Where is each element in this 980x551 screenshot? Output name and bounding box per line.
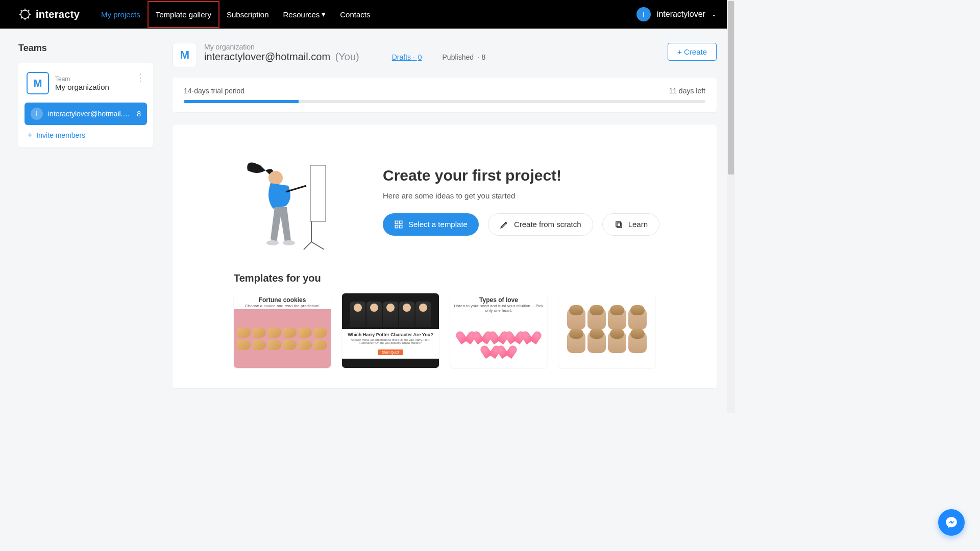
user-avatar: I	[636, 7, 651, 21]
drafts-count: 0	[418, 53, 422, 61]
svg-point-11	[283, 240, 295, 245]
page-body: Teams M Team My organization ⋮ I interac…	[0, 29, 735, 403]
member-project-count: 8	[137, 110, 141, 118]
templates-heading: Templates for you	[234, 272, 686, 284]
svg-rect-20	[400, 225, 402, 228]
trial-remaining: 11 days left	[669, 87, 705, 95]
svg-line-5	[21, 10, 22, 11]
scrollbar-thumb[interactable]	[728, 1, 734, 174]
create-scratch-label: Create from scratch	[514, 220, 581, 229]
org-you-tag: (You)	[335, 51, 359, 62]
plus-icon: +	[28, 131, 32, 139]
top-navbar: interacty My projects Template gallery S…	[0, 0, 735, 29]
trial-progress	[184, 100, 705, 103]
select-template-label: Select a template	[408, 220, 468, 229]
svg-rect-16	[310, 165, 326, 221]
nav-links: My projects Template gallery Subscriptio…	[94, 1, 377, 28]
caret-down-icon: ▾	[322, 10, 326, 19]
vertical-scrollbar[interactable]	[727, 0, 735, 413]
template-card-body: Which Harry Potter Character Are You? An…	[342, 329, 439, 359]
hero-text: Create your first project! Here are some…	[383, 167, 659, 236]
org-email: interactylover@hotmail.com	[204, 51, 330, 62]
org-header: M My organization interactylover@hotmail…	[173, 43, 717, 67]
nav-resources[interactable]: Resources ▾	[276, 2, 333, 27]
member-avatar: I	[31, 108, 43, 120]
templates-row: Fortune cookies Choose a cookie and read…	[203, 293, 686, 368]
svg-line-15	[311, 242, 324, 249]
pencil-icon	[500, 220, 509, 229]
template-preview	[342, 293, 439, 329]
team-card: M Team My organization ⋮ I interactylove…	[18, 63, 153, 147]
teams-sidebar: Teams M Team My organization ⋮ I interac…	[18, 43, 153, 388]
svg-point-10	[266, 240, 279, 245]
invite-members[interactable]: + Invite members	[24, 125, 147, 141]
org-header-left: M My organization interactylover@hotmail…	[173, 43, 485, 67]
published-label: Published	[443, 53, 474, 61]
template-subtitle: Answer these 10 questions to find out: a…	[344, 338, 437, 344]
template-grid-icon	[394, 220, 403, 229]
svg-line-7	[21, 17, 22, 18]
brand-name: interacty	[36, 9, 80, 20]
learn-label: Learn	[628, 220, 648, 229]
trial-progress-bar	[184, 100, 299, 103]
template-card-fortune-cookies[interactable]: Fortune cookies Choose a cookie and read…	[234, 293, 331, 368]
published-count: 8	[482, 53, 486, 61]
hero-buttons: Select a template Create from scratch Le…	[383, 213, 659, 236]
team-meta: Team My organization	[55, 76, 109, 91]
hero-illustration	[230, 150, 342, 252]
create-scratch-button[interactable]: Create from scratch	[488, 213, 593, 236]
trial-header: 14-days trial period 11 days left	[184, 87, 705, 95]
hero-title: Create your first project!	[383, 167, 659, 184]
trial-label: 14-days trial period	[184, 87, 244, 95]
select-template-button[interactable]: Select a template	[383, 213, 479, 236]
kebab-menu-icon[interactable]: ⋮	[136, 72, 145, 83]
template-card-header: Fortune cookies Choose a cookie and read…	[234, 293, 331, 309]
template-preview	[450, 314, 547, 368]
nav-left-group: interacty My projects Template gallery S…	[18, 1, 377, 28]
template-card-faces[interactable]	[558, 293, 655, 368]
hero-card: Create your first project! Here are some…	[173, 124, 717, 388]
svg-rect-19	[395, 225, 398, 228]
svg-line-8	[28, 10, 29, 11]
svg-line-6	[28, 17, 29, 18]
svg-rect-22	[617, 223, 622, 228]
template-preview	[234, 309, 331, 368]
team-name: My organization	[55, 83, 109, 91]
org-stats: Drafts · 0 Published · 8	[392, 53, 486, 67]
nav-my-projects[interactable]: My projects	[94, 2, 148, 27]
teams-heading: Teams	[18, 43, 153, 54]
hero-top: Create your first project! Here are some…	[203, 150, 686, 252]
main-content: M My organization interactylover@hotmail…	[173, 43, 717, 388]
nav-template-gallery[interactable]: Template gallery	[148, 1, 219, 28]
org-meta: My organization interactylover@hotmail.c…	[204, 43, 359, 67]
team-row[interactable]: M Team My organization ⋮	[24, 69, 147, 97]
hero-subtitle: Here are some ideas to get you started	[383, 191, 659, 200]
template-card-types-of-love[interactable]: Types of love Listen to your heart and t…	[450, 293, 547, 368]
layers-icon	[614, 220, 623, 229]
svg-rect-17	[395, 221, 398, 223]
learn-button[interactable]: Learn	[602, 213, 659, 236]
brand-logo[interactable]: interacty	[18, 8, 80, 21]
drafts-link[interactable]: Drafts · 0	[392, 53, 422, 67]
trial-card: 14-days trial period 11 days left	[173, 78, 717, 112]
create-button[interactable]: + Create	[668, 43, 717, 61]
member-email: interactylover@hotmail.com…	[48, 110, 132, 118]
template-title: Fortune cookies	[237, 296, 328, 304]
template-title: Types of love	[453, 296, 544, 304]
published-stat: Published · 8	[443, 53, 486, 67]
svg-rect-21	[616, 221, 620, 226]
template-title: Which Harry Potter Character Are You?	[344, 332, 437, 337]
member-row[interactable]: I interactylover@hotmail.com… 8	[24, 103, 147, 125]
nav-subscription[interactable]: Subscription	[219, 2, 276, 27]
template-card-harry-potter[interactable]: Which Harry Potter Character Are You? An…	[342, 293, 439, 368]
svg-line-14	[304, 242, 311, 249]
user-menu[interactable]: I interactylover ⌄	[636, 7, 717, 21]
nav-contacts[interactable]: Contacts	[333, 2, 377, 27]
org-label: My organization	[204, 43, 359, 51]
template-subtitle: Listen to your heart and trust your intu…	[453, 304, 544, 313]
team-avatar: M	[27, 72, 49, 94]
template-card-header: Types of love Listen to your heart and t…	[450, 293, 547, 314]
invite-members-label: Invite members	[36, 131, 85, 139]
template-subtitle: Choose a cookie and read the prediction!	[237, 304, 328, 308]
svg-rect-18	[400, 221, 402, 223]
